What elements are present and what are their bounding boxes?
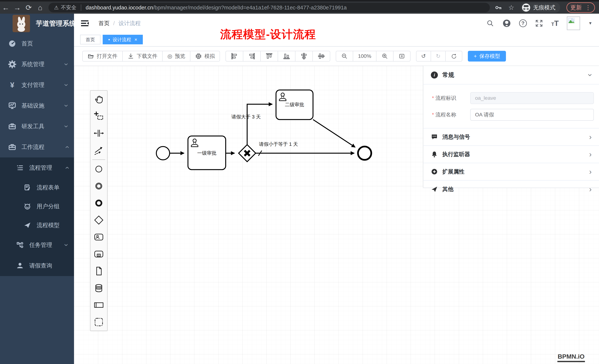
avatar[interactable] [567, 17, 580, 30]
section-label: 执行监听器 [442, 151, 470, 158]
font-size-icon[interactable]: TT [551, 20, 559, 27]
zoom-reset-button[interactable] [393, 51, 411, 61]
help-icon[interactable]: ? [519, 19, 527, 27]
flow-gateway-to-task2[interactable] [247, 104, 272, 145]
sidebar-item-process-model[interactable]: 流程模型 [0, 216, 74, 235]
align-top-button[interactable] [260, 51, 278, 61]
section-extended-attributes[interactable]: 扩展属性 › [423, 163, 599, 180]
sidebar-item-label: 流程模型 [37, 221, 60, 229]
screen: ← → ⟳ ⌂ ⚠ 不安全 dashboard.yudao.iocoder.cn… [0, 0, 599, 364]
incognito-label: 无痕模式 [533, 4, 555, 11]
incognito-badge[interactable]: 无痕模式 [520, 2, 560, 13]
not-secure-warning-icon: ⚠ [54, 5, 59, 11]
breadcrumb-separator: / [113, 20, 115, 26]
tab-home[interactable]: 首页 [80, 35, 100, 44]
tab-design-process[interactable]: ● 设计流程 × [103, 35, 143, 44]
browser-forward-icon[interactable]: → [11, 4, 23, 11]
start-event[interactable] [156, 146, 170, 160]
address-bar[interactable]: ⚠ 不安全 dashboard.yudao.iocoder.cn /bpm/ma… [48, 3, 490, 12]
save-model-button[interactable]: + 保存模型 [468, 51, 506, 61]
task1-label: 一级审批 [197, 150, 216, 156]
url-host: dashboard.yudao.iocoder.cn [86, 5, 153, 11]
process-name-input[interactable] [470, 109, 594, 121]
undo-button[interactable]: ↺ [416, 51, 431, 61]
chevron-right-icon: › [589, 133, 592, 141]
bpmn-canvas[interactable]: 一级审批 二级审批 请假大于 3 天 请假小于等于 1 天 i 常规 › * 流… [74, 66, 599, 364]
simulate-button[interactable]: 模拟 [190, 51, 220, 61]
exclusive-gateway[interactable] [239, 145, 256, 162]
history-button-group: ↺ ↻ [416, 51, 462, 61]
align-right-button[interactable] [243, 51, 261, 61]
sidebar-item-devtools[interactable]: 研发工具 › [0, 116, 74, 137]
sidebar-item-process-form[interactable]: 流程表单 [0, 178, 74, 197]
sidebar-item-infra[interactable]: 基础设施 › [0, 95, 74, 116]
chevron-down-icon: › [586, 74, 594, 76]
chevron-down-icon: › [63, 244, 70, 246]
person-icon [15, 262, 25, 269]
bpmn-io-watermark[interactable]: BPMN.iO [557, 353, 585, 362]
password-key-icon[interactable] [495, 4, 502, 11]
face-icon [23, 203, 32, 210]
preview-label: 预览 [175, 53, 185, 60]
sidebar-item-leave-query[interactable]: 请假查询 [0, 255, 74, 276]
sidebar-item-label: 流程表单 [37, 184, 60, 191]
sidebar-item-task-mgmt[interactable]: 任务管理 › [0, 235, 74, 255]
sidebar-item-home[interactable]: 首页 [0, 33, 74, 54]
properties-panel: i 常规 › * 流程标识 * 流程名称 [423, 66, 599, 188]
task2-label: 二级审批 [285, 102, 304, 107]
browser-back-icon[interactable]: ← [0, 4, 11, 11]
restart-button[interactable] [445, 51, 462, 61]
align-center-vertical-button[interactable] [312, 51, 330, 61]
download-file-button[interactable]: 下载文件 [122, 51, 163, 61]
section-execution-listener[interactable]: 执行监听器 › [423, 146, 599, 163]
not-secure-label[interactable]: 不安全 [61, 4, 76, 11]
process-key-label: 流程标识 [435, 95, 465, 102]
browser-home-icon[interactable]: ⌂ [35, 4, 46, 11]
sidebar-item-label: 支付管理 [21, 81, 44, 89]
active-dot-icon: ● [108, 38, 110, 41]
avatar-caret-icon[interactable]: ▼ [588, 21, 592, 26]
general-fields: * 流程标识 * 流程名称 [423, 85, 599, 128]
bookmark-star-icon[interactable]: ☆ [508, 4, 514, 11]
chrome-update-button[interactable]: 更新 ⋮ [566, 2, 595, 13]
section-label: 消息与信号 [442, 133, 470, 141]
align-center-horizontal-button[interactable] [295, 51, 313, 61]
chevron-down-icon: › [63, 125, 70, 127]
app-logo-row[interactable]: 芋道管理系统 [0, 14, 74, 33]
browser-actions: ☆ 无痕模式 更新 ⋮ [495, 2, 595, 13]
browser-reload-icon[interactable]: ⟳ [23, 4, 35, 11]
search-icon[interactable] [486, 19, 494, 27]
sidebar-collapse-icon[interactable] [80, 19, 90, 27]
plus-icon: + [474, 53, 477, 59]
align-left-button[interactable] [226, 51, 243, 61]
section-label: 其他 [442, 186, 453, 193]
preview-button[interactable]: ◎ 预览 [162, 51, 190, 61]
align-bottom-button[interactable] [278, 51, 295, 61]
message-icon [431, 134, 438, 140]
github-icon[interactable] [502, 19, 511, 27]
open-file-button[interactable]: 打开文件 [82, 51, 123, 61]
sidebar-item-user-group[interactable]: 用户分组 [0, 197, 74, 216]
flow-task2-to-end[interactable] [313, 119, 355, 147]
browser-menu-icon[interactable]: ⋮ [585, 4, 591, 11]
tab-close-icon[interactable]: × [134, 37, 137, 42]
breadcrumb-home[interactable]: 首页 [98, 20, 109, 27]
zoom-out-button[interactable] [336, 51, 353, 61]
end-event[interactable] [358, 146, 371, 160]
open-file-label: 打开文件 [97, 53, 117, 60]
zoom-button-group: 100% [336, 51, 411, 61]
sidebar-item-system[interactable]: 系统管理 › [0, 54, 74, 75]
section-general[interactable]: i 常规 › [423, 66, 599, 85]
fullscreen-icon[interactable] [535, 19, 543, 27]
info-icon: i [431, 71, 438, 78]
section-other[interactable]: 其他 › [423, 180, 599, 198]
redo-button[interactable]: ↻ [431, 51, 446, 61]
sidebar-item-payment[interactable]: ¥ 支付管理 › [0, 75, 74, 95]
zoom-in-button[interactable] [376, 51, 394, 61]
sidebar-item-process-mgmt[interactable]: 流程管理 › [0, 157, 74, 178]
section-message-signal[interactable]: 消息与信号 › [423, 128, 599, 146]
sidebar-item-workflow[interactable]: 工作流程 › [0, 137, 74, 157]
form-edit-icon [23, 184, 32, 191]
sidebar-item-label: 请假查询 [29, 262, 52, 270]
monitor-icon [7, 102, 17, 110]
